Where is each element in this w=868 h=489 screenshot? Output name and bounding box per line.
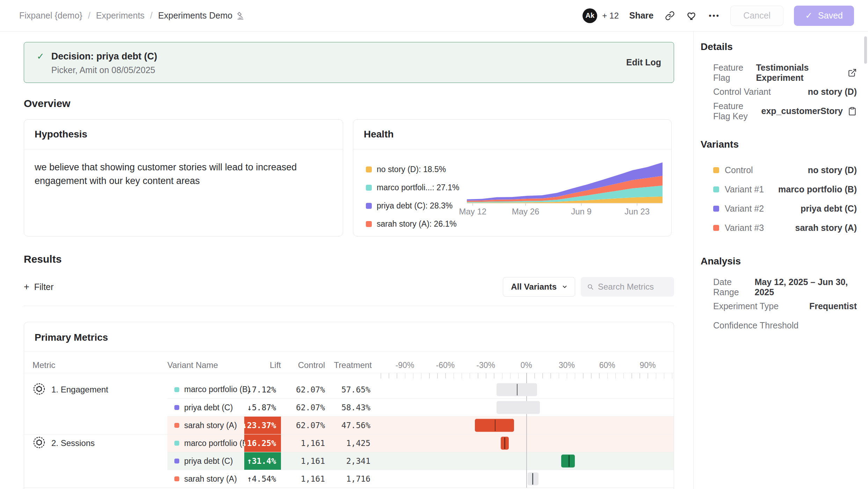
treatment-value: 2,341 (326, 452, 372, 470)
sidebar-row-value[interactable]: no story (D) (808, 165, 857, 175)
axis-label-30%: 30% (559, 361, 575, 370)
variant-cell[interactable]: priya debt (C) (167, 452, 244, 470)
collaborators-count[interactable]: + 12 (602, 11, 619, 21)
copy-link-icon[interactable] (664, 10, 676, 22)
variant-cell[interactable]: marco portfolio (B) (167, 381, 244, 398)
lift-value: ↓5.87% (247, 403, 276, 412)
table-row: 2. Sessionsmarco portfolio (B)↓16.25%1,1… (24, 434, 674, 452)
axis-tick (454, 373, 454, 378)
analysis-heading: Analysis (701, 256, 858, 267)
legend-swatch-icon (366, 203, 372, 209)
variant-cell[interactable]: sarah story (A) (167, 470, 244, 488)
x-axis-label: Jun 23 (624, 207, 650, 217)
variant-cell[interactable]: marco portfolio (B) (167, 434, 244, 452)
axis-tick (389, 373, 389, 378)
confidence-interval-cell (372, 434, 674, 452)
confidence-interval-cell (372, 416, 674, 434)
variants-dropdown[interactable]: All Variants (503, 277, 575, 297)
column-header-treatment: Treatment (326, 360, 372, 370)
chevron-down-icon (562, 284, 568, 290)
sidebar-row-value[interactable]: Frequentist (809, 301, 857, 311)
axis-label-60%: 60% (599, 361, 615, 370)
edit-log-button[interactable]: Edit Log (626, 57, 661, 68)
axis-tick (405, 373, 406, 378)
sidebar-row: Date RangeMay 12, 2025 – Jun 30, 2025 (701, 277, 858, 297)
hypothesis-card: Hypothesis we believe that showing custo… (24, 119, 343, 236)
overview-heading: Overview (24, 98, 674, 109)
variant-swatch-icon (174, 476, 179, 481)
axis-tick (470, 373, 470, 378)
cancel-button[interactable]: Cancel (730, 6, 783, 26)
lift-chip: ↓16.25% (244, 434, 281, 452)
sidebar-row-label: Feature Flag Key (713, 101, 761, 121)
health-area-chart (467, 158, 663, 206)
column-header-variant: Variant Name (167, 360, 244, 370)
breadcrumb-experiments[interactable]: Experiments (96, 10, 145, 21)
favorite-icon[interactable] (686, 10, 698, 22)
health-title: Health (364, 129, 394, 140)
axis-tick (623, 373, 624, 378)
sidebar-row-label: Variant #3 (713, 223, 764, 233)
axis-tick (615, 373, 616, 378)
axis-label--60%: -60% (436, 361, 455, 370)
lift-cell: ↓7.12% (244, 381, 281, 398)
metric-name: 2. Sessions (51, 438, 95, 448)
lift-cell: ↓23.37% (244, 416, 281, 434)
confidence-median-line (517, 384, 518, 395)
breadcrumb-current[interactable]: Experiments Demo (158, 10, 245, 21)
lift-chip: ↓23.37% (244, 417, 281, 434)
axis-tick (429, 373, 430, 378)
variant-cell[interactable]: priya debt (C) (167, 398, 244, 416)
lift-value: ↑4.54% (247, 474, 276, 483)
metrics-table-body: 1. Engagementmarco portfolio (B)↓7.12%62… (24, 373, 674, 488)
details-section: Details Feature FlagTestimonials Experim… (701, 41, 858, 121)
health-legend: no story (D): 18.5%marco portfoli...: 27… (366, 158, 462, 229)
variant-color-swatch (713, 167, 719, 173)
axis-label-90%: 90% (639, 361, 656, 370)
control-value: 62.07% (281, 416, 326, 434)
health-chart: May 12May 26Jun 9Jun 23 (467, 158, 663, 229)
health-card: Health no story (D): 18.5%marco portfoli… (353, 119, 672, 236)
breadcrumb-project[interactable]: Fixpanel {demo} (19, 10, 82, 21)
variant-color-swatch (713, 225, 719, 231)
variant-cell[interactable]: sarah story (A) (167, 416, 244, 434)
sidebar-row-value[interactable]: no story (D) (808, 87, 857, 97)
external-link-icon[interactable] (848, 68, 857, 77)
variant-swatch-icon (174, 387, 179, 392)
legend-label: marco portfoli...: 27.1% (377, 183, 460, 192)
axis-label-0%: 0% (520, 361, 532, 370)
axis-tick (664, 373, 665, 378)
share-button[interactable]: Share (629, 10, 653, 21)
variants-section: Variants Controlno story (D)Variant #1ma… (701, 139, 858, 238)
axis-tick (550, 373, 551, 378)
saved-button[interactable]: ✓ Saved (794, 6, 854, 26)
clipboard-icon[interactable] (848, 107, 857, 116)
sidebar-row-value[interactable]: Testimonials Experiment (756, 63, 857, 83)
x-axis-label: Jun 9 (571, 207, 592, 217)
search-metrics-input[interactable] (598, 282, 668, 292)
sidebar-row: Controlno story (D) (701, 161, 858, 180)
sidebar-row-value[interactable]: sarah story (A) (795, 223, 857, 233)
sidebar-row-value[interactable]: May 12, 2025 – Jun 30, 2025 (754, 277, 857, 297)
more-menu-button[interactable]: ••• (709, 11, 720, 20)
metrics-table-header: Metric Variant Name Lift Control Treatme… (24, 352, 674, 370)
axis-tick (567, 373, 567, 378)
legend-label: sarah story (A): 26.1% (377, 219, 457, 229)
hypothesis-title: Hypothesis (35, 129, 87, 140)
treatment-value: 58.43% (326, 398, 372, 416)
search-metrics-box (581, 277, 674, 297)
control-value: 1,161 (281, 470, 326, 488)
add-filter-button[interactable]: + Filter (24, 282, 53, 292)
analysis-rows: Date RangeMay 12, 2025 – Jun 30, 2025Exp… (701, 277, 858, 335)
sidebar-row-value[interactable]: priya debt (C) (801, 204, 857, 214)
sidebar-row-value[interactable]: exp_customerStory (761, 106, 857, 116)
scrollbar-thumb[interactable] (864, 36, 867, 64)
column-header-control: Control (281, 360, 326, 370)
top-bar: Fixpanel {demo} / Experiments / Experime… (0, 0, 868, 31)
lift-cell: ↓16.25% (244, 434, 281, 452)
main-content: ✓ Decision: priya debt (C) Picker, Amit … (0, 31, 694, 489)
avatar[interactable]: Ak (583, 8, 597, 23)
sidebar-row: Variant #2priya debt (C) (701, 199, 858, 218)
sidebar-row-value[interactable]: marco portfolio (B) (778, 184, 857, 194)
add-metric-button[interactable]: + Add (24, 488, 674, 489)
